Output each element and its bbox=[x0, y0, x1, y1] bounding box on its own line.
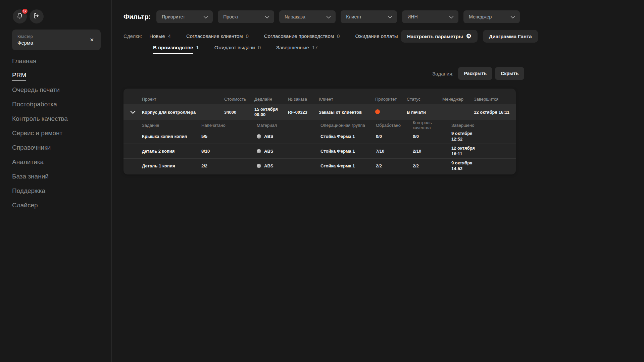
order-status: В печати bbox=[407, 110, 442, 115]
sidebar-item-postprocessing[interactable]: Постобработка bbox=[12, 98, 68, 112]
deals-tabs-row2: В производстве1 Ожидают выдачи0 Завершен… bbox=[153, 45, 333, 54]
filter-dropdown-priority[interactable]: Приоритет bbox=[156, 10, 213, 23]
tab-awaiting-pickup[interactable]: Ожидают выдачи0 bbox=[214, 45, 261, 50]
tasks-label: Задания: bbox=[432, 71, 453, 76]
subtable-header: Задание Напечатано Материал Операционная… bbox=[123, 120, 516, 129]
col-finish: Завершится bbox=[474, 97, 516, 102]
sidebar-item-analytics[interactable]: Аналитика bbox=[12, 155, 68, 170]
notifications-button[interactable]: 1К bbox=[13, 9, 27, 23]
filter-dropdown-manager[interactable]: Менеджер bbox=[463, 10, 520, 23]
tab-client-approval[interactable]: Согласование клиентом0 bbox=[186, 33, 249, 39]
expand-button[interactable]: Раскрыть bbox=[458, 67, 492, 80]
task-material: ABS bbox=[257, 163, 320, 168]
chevron-down-icon bbox=[388, 14, 392, 20]
sidebar-item-directories[interactable]: Справочники bbox=[12, 141, 68, 155]
sidebar: 1К Кластер Ферма ✕ Главная PRM Очередь п… bbox=[0, 0, 112, 362]
task-qc: 2/2 bbox=[413, 163, 451, 168]
tab-in-production[interactable]: В производстве1 bbox=[153, 45, 199, 54]
task-processed: 2/2 bbox=[376, 163, 413, 168]
chevron-down-icon bbox=[449, 14, 454, 20]
tab-new[interactable]: Новые4 bbox=[149, 33, 171, 39]
logout-button[interactable] bbox=[30, 9, 44, 23]
task-row[interactable]: деталь 2 копия 8/10 ABS Стойка Ферма 1 7… bbox=[123, 144, 516, 158]
gear-icon: ⚙ bbox=[466, 33, 472, 39]
orders-table: Проект Стоимость Дедлайн № заказа Клиент… bbox=[123, 89, 516, 174]
cluster-close-icon[interactable]: ✕ bbox=[88, 36, 95, 44]
cluster-card: Кластер Ферма ✕ bbox=[12, 30, 101, 50]
row-expand-chevron-icon[interactable] bbox=[123, 111, 142, 114]
gantt-chart-button[interactable]: Диаграмма Ганта bbox=[483, 30, 538, 43]
tab-production-approval[interactable]: Согласование производством0 bbox=[264, 33, 340, 39]
cluster-value: Ферма bbox=[17, 40, 33, 46]
task-done: 9 октября 14:52 bbox=[451, 160, 487, 171]
deals-tabs-row1: Сделки: Новые4 Согласование клиентом0 Со… bbox=[123, 33, 419, 39]
tab-awaiting-payment[interactable]: Ожидание оплаты1 bbox=[355, 33, 404, 39]
tab-completed[interactable]: Завершенные17 bbox=[276, 45, 318, 50]
subcol-material: Материал bbox=[257, 123, 320, 128]
task-group: Стойка Ферма 1 bbox=[320, 134, 376, 139]
sidebar-menu: Главная PRM Очередь печати Постобработка… bbox=[12, 54, 68, 213]
order-priority bbox=[375, 109, 407, 115]
subcol-task: Задание bbox=[142, 123, 201, 128]
filter-dropdown-order-no[interactable]: № заказа bbox=[279, 10, 336, 23]
sidebar-item-prm[interactable]: PRM bbox=[12, 69, 68, 83]
sidebar-top-icons: 1К bbox=[13, 9, 44, 23]
sidebar-item-print-queue[interactable]: Очередь печати bbox=[12, 83, 68, 98]
task-processed: 0/0 bbox=[376, 134, 413, 139]
chevron-down-icon bbox=[510, 14, 515, 20]
chevron-down-icon bbox=[265, 14, 269, 20]
task-done: 12 октября 16:11 bbox=[451, 146, 487, 157]
sidebar-item-quality-control[interactable]: Контроль качества bbox=[12, 112, 68, 126]
sidebar-item-slicer[interactable]: Слайсер bbox=[12, 199, 68, 213]
task-material: ABS bbox=[257, 149, 320, 154]
sidebar-item-glavnaya[interactable]: Главная bbox=[12, 54, 68, 69]
top-actions: Настроить параметры ⚙ Диаграмма Ганта bbox=[401, 30, 538, 43]
logout-icon bbox=[33, 12, 40, 20]
filter-bar: Фильтр: Приоритет Проект № заказа Клиент… bbox=[123, 10, 520, 23]
task-printed: 2/2 bbox=[201, 163, 257, 168]
subcol-done: Завершено bbox=[451, 123, 516, 128]
task-row[interactable]: Деталь 1 копия 2/2 ABS Стойка Ферма 1 2/… bbox=[123, 158, 516, 173]
task-name: Деталь 1 копия bbox=[142, 163, 201, 168]
deals-title: Сделки: bbox=[123, 33, 142, 39]
sidebar-item-service-repair[interactable]: Сервис и ремонт bbox=[12, 126, 68, 141]
material-dot bbox=[257, 134, 261, 139]
filter-dropdown-inn[interactable]: ИНН bbox=[402, 10, 458, 23]
col-cost: Стоимость bbox=[224, 97, 254, 102]
col-order-no: № заказа bbox=[288, 97, 319, 102]
col-manager: Менеджер bbox=[442, 97, 474, 102]
section-divider bbox=[123, 60, 516, 60]
order-cost: 34000 bbox=[224, 110, 254, 115]
col-priority: Приоритет bbox=[375, 97, 407, 102]
configure-params-button[interactable]: Настроить параметры ⚙ bbox=[401, 30, 478, 43]
task-done: 9 октября 12:52 bbox=[451, 131, 487, 142]
material-dot bbox=[257, 164, 261, 168]
task-name: деталь 2 копия bbox=[142, 149, 201, 154]
order-finish: 12 октября 16:11 bbox=[474, 110, 516, 115]
subcol-processed: Обработано bbox=[376, 123, 413, 128]
subcol-printed: Напечатано bbox=[201, 123, 257, 128]
task-row[interactable]: Крышка копия копия 5/5 ABS Стойка Ферма … bbox=[123, 129, 516, 144]
order-row[interactable]: Корпус для контроллера 34000 15 октября … bbox=[123, 104, 516, 120]
filter-dropdown-client[interactable]: Клиент bbox=[341, 10, 397, 23]
task-qc: 2/10 bbox=[413, 149, 451, 154]
material-dot bbox=[257, 149, 261, 153]
chevron-down-icon bbox=[203, 14, 208, 20]
col-status: Статус bbox=[407, 97, 442, 102]
cluster-label: Кластер bbox=[17, 34, 33, 39]
order-deadline: 15 октября 00:00 bbox=[254, 107, 288, 118]
task-material: ABS bbox=[257, 134, 320, 139]
task-group: Стойка Ферма 1 bbox=[320, 163, 376, 168]
sidebar-item-support[interactable]: Поддержка bbox=[12, 184, 68, 199]
task-processed: 7/10 bbox=[376, 149, 413, 154]
filter-dropdown-project[interactable]: Проект bbox=[218, 10, 274, 23]
collapse-button[interactable]: Скрыть bbox=[495, 67, 524, 80]
sidebar-item-knowledge-base[interactable]: База знаний bbox=[12, 170, 68, 184]
table-header: Проект Стоимость Дедлайн № заказа Клиент… bbox=[123, 89, 516, 104]
order-number: RF-00323 bbox=[288, 110, 319, 115]
bell-icon bbox=[16, 12, 23, 20]
col-deadline: Дедлайн bbox=[254, 97, 288, 102]
order-project: Корпус для контроллера bbox=[142, 110, 224, 115]
tasks-bar: Задания: Раскрыть Скрыть bbox=[432, 67, 524, 80]
filter-title: Фильтр: bbox=[123, 13, 151, 21]
